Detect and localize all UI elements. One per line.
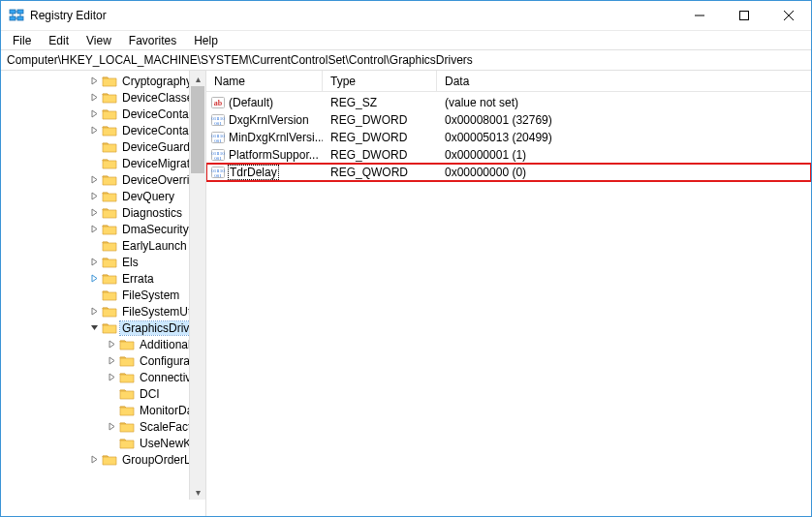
minimize-button[interactable] — [677, 1, 722, 30]
menu-edit[interactable]: Edit — [41, 33, 77, 48]
tree-node[interactable]: Els — [1, 254, 205, 270]
svg-text:ab: ab — [214, 99, 223, 107]
value-type-cell: REG_DWORD — [323, 131, 437, 144]
scroll-down-arrow[interactable]: ▾ — [190, 484, 205, 500]
value-name-text: DxgKrnlVersion — [229, 113, 309, 127]
tree-vertical-scrollbar[interactable]: ▴ ▾ — [189, 71, 205, 500]
folder-icon — [102, 124, 117, 137]
tree-node[interactable]: GraphicsDrivers — [1, 319, 205, 336]
tree-node[interactable]: Connectivity — [1, 369, 205, 385]
tree-node[interactable]: Configuration — [1, 352, 205, 369]
tree-node[interactable]: FileSystemUtilities — [1, 303, 205, 319]
tree-node[interactable]: Diagnostics — [1, 204, 205, 221]
value-row[interactable]: 011110001PlatformSuppor...REG_DWORD0x000… — [206, 146, 811, 164]
tree-node[interactable]: DeviceClasses — [1, 89, 205, 106]
menu-help[interactable]: Help — [186, 33, 226, 48]
tree-node-label: DCI — [138, 387, 162, 401]
chevron-right-icon[interactable] — [88, 257, 100, 268]
folder-icon — [102, 239, 117, 253]
tree-node[interactable]: EarlyLaunch — [1, 237, 205, 254]
folder-icon — [119, 437, 135, 450]
chevron-right-icon[interactable] — [88, 306, 100, 318]
tree-node-label: DeviceGuard — [120, 140, 192, 154]
chevron-right-icon[interactable] — [106, 372, 117, 383]
regedit-icon — [9, 8, 24, 23]
chevron-down-icon[interactable] — [88, 322, 100, 334]
value-type-cell: REG_QWORD — [323, 166, 437, 179]
value-data-cell: (value not set) — [437, 96, 811, 109]
reg-binary-icon: 011110001 — [210, 112, 226, 128]
chevron-right-icon[interactable] — [88, 125, 100, 137]
svg-text:001: 001 — [214, 121, 222, 126]
svg-rect-0 — [10, 10, 16, 14]
menu-favorites[interactable]: Favorites — [121, 33, 184, 48]
tree-scroll[interactable]: CryptographyDeviceClassesDeviceContainer… — [1, 71, 205, 516]
value-name-cell: 011110001PlatformSuppor... — [206, 147, 323, 163]
chevron-right-icon[interactable] — [88, 92, 100, 104]
value-name-cell: 011110001MinDxgKrnlVersi... — [206, 130, 323, 145]
value-row[interactable]: 011110001MinDxgKrnlVersi...REG_DWORD0x00… — [206, 129, 811, 146]
tree-node[interactable]: DeviceOverrides — [1, 171, 205, 188]
tree-node[interactable]: GroupOrderList — [1, 451, 205, 468]
folder-icon — [102, 272, 117, 286]
chevron-right-icon[interactable] — [88, 174, 100, 186]
tree-node[interactable]: Errata — [1, 270, 205, 287]
folder-icon — [119, 420, 135, 434]
folder-icon — [119, 404, 135, 417]
value-data-cell: 0x00000000 (0) — [437, 166, 811, 179]
value-type-cell: REG_DWORD — [323, 113, 437, 127]
tree-node-label: DmaSecurity — [120, 223, 191, 236]
chevron-right-icon[interactable] — [88, 207, 100, 219]
tree-node[interactable]: DeviceContainers — [1, 122, 205, 138]
titlebar[interactable]: Registry Editor — [1, 1, 811, 30]
folder-icon — [119, 387, 135, 401]
value-row[interactable]: 011110001DxgKrnlVersionREG_DWORD0x000080… — [206, 111, 811, 129]
column-name[interactable]: Name — [206, 71, 323, 91]
folder-icon — [102, 289, 117, 302]
expander-none — [88, 240, 100, 252]
value-row[interactable]: ab(Default)REG_SZ(value not set) — [206, 94, 811, 111]
svg-rect-1 — [10, 16, 16, 20]
tree-node[interactable]: UseNewKey — [1, 435, 205, 451]
chevron-right-icon[interactable] — [88, 224, 100, 235]
folder-icon — [102, 173, 117, 187]
chevron-right-icon[interactable] — [106, 339, 117, 350]
address-text: Computer\HKEY_LOCAL_MACHINE\SYSTEM\Curre… — [7, 53, 473, 67]
value-row[interactable]: 011110001TdrDelayREG_QWORD0x00000000 (0) — [206, 164, 811, 181]
expander-none — [88, 289, 100, 301]
tree-node[interactable]: DevQuery — [1, 188, 205, 204]
tree-node[interactable]: MonitorDataStore — [1, 402, 205, 418]
tree-node[interactable]: DeviceMigration — [1, 155, 205, 171]
registry-editor-window: Registry Editor File Edit View Favorites… — [0, 0, 812, 517]
menu-view[interactable]: View — [78, 33, 119, 48]
chevron-right-icon[interactable] — [106, 355, 117, 367]
window-title: Registry Editor — [30, 9, 677, 22]
maximize-button[interactable] — [722, 1, 766, 30]
column-type[interactable]: Type — [323, 71, 437, 91]
chevron-right-icon[interactable] — [88, 454, 100, 466]
tree-node[interactable]: Cryptography — [1, 73, 205, 89]
chevron-right-icon[interactable] — [106, 421, 117, 433]
tree-node[interactable]: ScaleFactors — [1, 418, 205, 435]
chevron-right-icon[interactable] — [88, 273, 100, 285]
expander-none — [106, 405, 117, 416]
folder-icon — [119, 354, 135, 368]
tree-node[interactable]: DCI — [1, 385, 205, 402]
chevron-right-icon[interactable] — [88, 76, 100, 87]
tree-node[interactable]: DmaSecurity — [1, 221, 205, 237]
tree-node[interactable]: FileSystem — [1, 287, 205, 303]
chevron-right-icon[interactable] — [88, 191, 100, 202]
svg-rect-2 — [17, 10, 23, 14]
value-name-text: MinDxgKrnlVersi... — [229, 131, 323, 144]
menu-file[interactable]: File — [5, 33, 39, 48]
address-bar[interactable]: Computer\HKEY_LOCAL_MACHINE\SYSTEM\Curre… — [1, 49, 811, 71]
scroll-thumb[interactable] — [191, 86, 204, 173]
tree-node[interactable]: DeviceGuard — [1, 138, 205, 155]
tree-node[interactable]: DeviceContainers — [1, 106, 205, 122]
column-data[interactable]: Data — [437, 71, 811, 91]
scroll-up-arrow[interactable]: ▴ — [190, 71, 205, 86]
values-pane: Name Type Data ab(Default)REG_SZ(value n… — [206, 71, 811, 516]
tree-node[interactable]: AdditionalModeLists — [1, 336, 205, 352]
chevron-right-icon[interactable] — [88, 108, 100, 120]
close-button[interactable] — [766, 1, 811, 30]
